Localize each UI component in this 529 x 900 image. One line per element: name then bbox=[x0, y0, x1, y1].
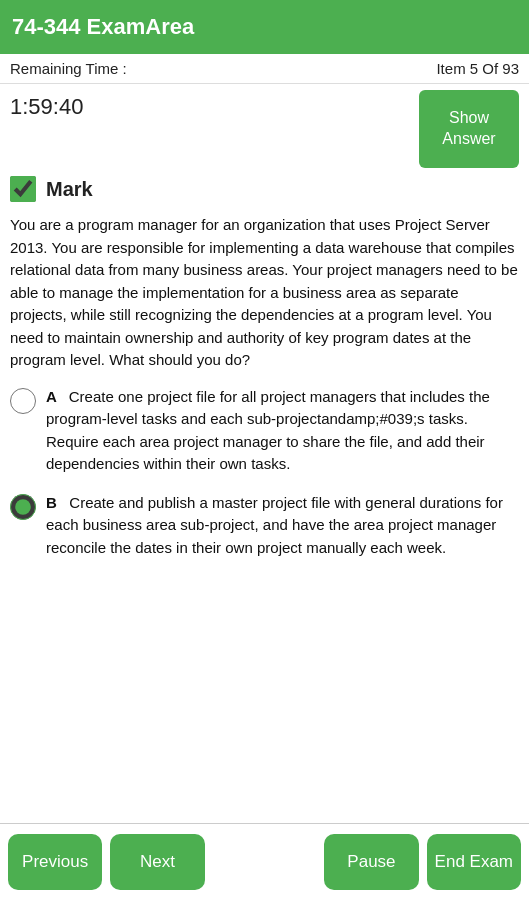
option-b-radio[interactable] bbox=[10, 494, 36, 520]
timer-row: 1:59:40 Show Answer bbox=[0, 84, 529, 172]
remaining-label: Remaining Time : bbox=[10, 60, 127, 77]
option-a-text[interactable]: A Create one project file for all projec… bbox=[46, 386, 519, 476]
option-a-radio[interactable] bbox=[10, 388, 36, 414]
option-a-row: A Create one project file for all projec… bbox=[10, 386, 519, 476]
option-b-text[interactable]: B Create and publish a master project fi… bbox=[46, 492, 519, 560]
mark-checkbox[interactable] bbox=[10, 176, 36, 202]
app-title: 74-344 ExamArea bbox=[12, 14, 194, 40]
question-text: You are a program manager for an organiz… bbox=[10, 214, 519, 372]
mark-row: Mark bbox=[0, 172, 529, 210]
nav-spacer bbox=[213, 834, 317, 890]
option-a-content: Create one project file for all project … bbox=[46, 388, 490, 473]
timer-display: 1:59:40 bbox=[10, 94, 83, 120]
info-bar: Remaining Time : Item 5 Of 93 bbox=[0, 54, 529, 84]
app-header: 74-344 ExamArea bbox=[0, 0, 529, 54]
next-button[interactable]: Next bbox=[110, 834, 204, 890]
option-a-letter: A bbox=[46, 388, 69, 405]
end-exam-button[interactable]: End Exam bbox=[427, 834, 521, 890]
bottom-nav: Previous Next Pause End Exam bbox=[0, 823, 529, 900]
option-b-row: B Create and publish a master project fi… bbox=[10, 492, 519, 560]
question-area: You are a program manager for an organiz… bbox=[0, 210, 529, 823]
option-b-letter: B bbox=[46, 494, 69, 511]
mark-label[interactable]: Mark bbox=[46, 178, 93, 201]
option-b-content: Create and publish a master project file… bbox=[46, 494, 503, 556]
previous-button[interactable]: Previous bbox=[8, 834, 102, 890]
show-answer-button[interactable]: Show Answer bbox=[419, 90, 519, 168]
pause-button[interactable]: Pause bbox=[324, 834, 418, 890]
item-label: Item 5 Of 93 bbox=[436, 60, 519, 77]
